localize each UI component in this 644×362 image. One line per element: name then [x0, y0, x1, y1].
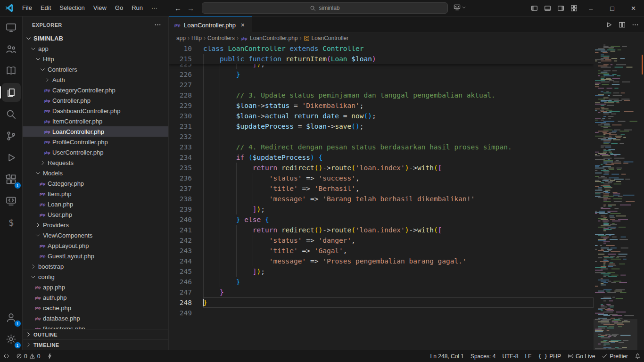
- line-number[interactable]: 229: [169, 100, 192, 111]
- activitybar-run-debug[interactable]: [2, 148, 21, 167]
- tree-item-auth[interactable]: Auth: [23, 74, 168, 85]
- tree-item-category.php[interactable]: phpCategory.php: [23, 178, 168, 189]
- line-number[interactable]: 228: [169, 90, 192, 100]
- line-number[interactable]: 231: [169, 121, 192, 132]
- menu-more[interactable]: ···: [147, 2, 162, 14]
- code-line-242[interactable]: 242 'status' => 'danger',: [169, 235, 594, 246]
- code-line-227[interactable]: 227: [169, 80, 594, 90]
- code-line-244[interactable]: 244 'message' => 'Proses pengembalian ba…: [169, 256, 594, 266]
- code-line-230[interactable]: 230 $loan->actual_return_date = now();: [169, 111, 594, 121]
- tree-item-view-components[interactable]: View\Components: [23, 230, 168, 240]
- minimize-button[interactable]: –: [580, 0, 602, 16]
- tree-item-controller.php[interactable]: phpController.php: [23, 95, 168, 106]
- breadcrumb-loancontroller.php[interactable]: phpLoanController.php: [240, 35, 297, 41]
- code-line-236[interactable]: 236 'status' => 'success',: [169, 173, 594, 183]
- code-line-246[interactable]: 246 }: [169, 277, 594, 287]
- line-number[interactable]: 232: [169, 132, 192, 142]
- close-button[interactable]: ×: [623, 0, 644, 16]
- status-prettier[interactable]: Prettier: [598, 350, 631, 362]
- activitybar-accounts-people[interactable]: [2, 40, 21, 58]
- tree-item-loan.php[interactable]: phpLoan.php: [23, 199, 168, 209]
- tree-item-app.php[interactable]: phpapp.php: [23, 282, 168, 292]
- toggle-secondary-sidebar-icon[interactable]: [554, 2, 567, 15]
- activitybar-docs[interactable]: [2, 61, 21, 80]
- activitybar-extensions[interactable]: 1: [2, 170, 21, 189]
- tree-item-guestlayout.php[interactable]: phpGuestLayout.php: [23, 251, 168, 261]
- status-eol[interactable]: LF: [521, 350, 535, 362]
- toggle-sidebar-icon[interactable]: [528, 2, 541, 15]
- activitybar-source-control[interactable]: [2, 126, 21, 145]
- code-line-232[interactable]: 232: [169, 132, 594, 142]
- tree-item-app[interactable]: app: [23, 43, 168, 54]
- customize-layout-icon[interactable]: [567, 2, 580, 15]
- tree-item-config[interactable]: config: [23, 272, 168, 282]
- activitybar-remote-window[interactable]: [2, 18, 21, 37]
- line-number[interactable]: 235: [169, 163, 192, 173]
- line-number[interactable]: 248: [169, 297, 192, 308]
- code-line-228[interactable]: 228 // 3. Update status peminjaman dan t…: [169, 90, 594, 100]
- tree-item-dashboardcontroller.php[interactable]: phpDashboardController.php: [23, 106, 168, 116]
- line-number[interactable]: 230: [169, 111, 192, 121]
- more-actions-icon[interactable]: [629, 19, 641, 31]
- tree-item-itemcontroller.php[interactable]: phpItemController.php: [23, 116, 168, 126]
- layout-dropdown[interactable]: [452, 3, 468, 12]
- breadcrumb-app[interactable]: app: [176, 35, 186, 41]
- activitybar-search[interactable]: [2, 105, 21, 123]
- tree-item-controllers[interactable]: Controllers: [23, 64, 168, 74]
- activitybar-money[interactable]: $: [2, 213, 21, 232]
- breadcrumb-loancontroller[interactable]: LoanController: [304, 35, 349, 41]
- tree-item-cache.php[interactable]: phpcache.php: [23, 303, 168, 313]
- minimap-slider[interactable]: [594, 319, 637, 350]
- activitybar-settings[interactable]: 1: [2, 329, 21, 348]
- close-tab-icon[interactable]: ×: [239, 21, 247, 29]
- menu-file[interactable]: File: [18, 2, 36, 14]
- activitybar-explorer[interactable]: [2, 83, 21, 102]
- line-number[interactable]: 238: [169, 194, 192, 204]
- ports-indicator[interactable]: [43, 350, 56, 362]
- more-actions-icon[interactable]: [152, 20, 163, 30]
- tree-item-database.php[interactable]: phpdatabase.php: [23, 313, 168, 323]
- line-number[interactable]: 246: [169, 277, 192, 287]
- line-number[interactable]: 10: [169, 43, 192, 54]
- code-line-234[interactable]: 234 if ($updateProcess) {: [169, 152, 594, 163]
- outline-section[interactable]: OUTLINE: [23, 329, 168, 339]
- status-language-mode[interactable]: { }PHP: [535, 350, 564, 362]
- tree-item-auth.php[interactable]: phpauth.php: [23, 292, 168, 303]
- line-number[interactable]: 242: [169, 235, 192, 246]
- back-arrow-icon[interactable]: ←: [174, 4, 182, 12]
- line-number[interactable]: 245: [169, 266, 192, 277]
- minimap[interactable]: [594, 43, 637, 350]
- status-encoding[interactable]: UTF-8: [499, 350, 521, 362]
- line-number[interactable]: 227: [169, 80, 192, 90]
- tree-item-item.php[interactable]: phpItem.php: [23, 189, 168, 199]
- tab-loancontroller[interactable]: php LoanController.php ×: [169, 16, 252, 33]
- line-number[interactable]: 241: [169, 225, 192, 235]
- line-number[interactable]: 236: [169, 173, 192, 183]
- tree-item-user.php[interactable]: phpUser.php: [23, 209, 168, 220]
- run-icon[interactable]: [603, 19, 615, 31]
- remote-indicator[interactable]: [0, 350, 13, 362]
- menu-go[interactable]: Go: [111, 2, 127, 14]
- status-cursor-position[interactable]: Ln 248, Col 1: [427, 350, 467, 362]
- code-scroll[interactable]: 225 ]);226 }227228 // 3. Update status p…: [169, 43, 594, 350]
- tree-item-usercontroller.php[interactable]: phpUserController.php: [23, 147, 168, 157]
- tree-item-filesystems.php[interactable]: phpfilesystems.php: [23, 323, 168, 329]
- code-line-239[interactable]: 239 ]);: [169, 204, 594, 214]
- menu-view[interactable]: View: [89, 2, 111, 14]
- code-line-215[interactable]: 215 public function returnItem(Loan $loa…: [169, 54, 594, 64]
- code-line-247[interactable]: 247 }: [169, 287, 594, 297]
- tree-item-profilecontroller.php[interactable]: phpProfileController.php: [23, 137, 168, 147]
- code-line-243[interactable]: 243 'title' => 'Gagal',: [169, 246, 594, 256]
- tree-item-loancontroller.php[interactable]: phpLoanController.php: [23, 126, 168, 137]
- code-line-226[interactable]: 226 }: [169, 69, 594, 80]
- breadcrumb-http[interactable]: Http: [191, 35, 202, 41]
- tree-item-applayout.php[interactable]: phpAppLayout.php: [23, 240, 168, 251]
- menu-run[interactable]: Run: [127, 2, 147, 14]
- menu-selection[interactable]: Selection: [55, 2, 89, 14]
- timeline-section[interactable]: TIMELINE: [23, 339, 168, 350]
- line-number[interactable]: 239: [169, 204, 192, 214]
- forward-arrow-icon[interactable]: →: [187, 4, 194, 12]
- line-number[interactable]: 249: [169, 308, 192, 318]
- code-line-241[interactable]: 241 return redirect()->route('loan.index…: [169, 225, 594, 235]
- maximize-button[interactable]: □: [602, 0, 623, 16]
